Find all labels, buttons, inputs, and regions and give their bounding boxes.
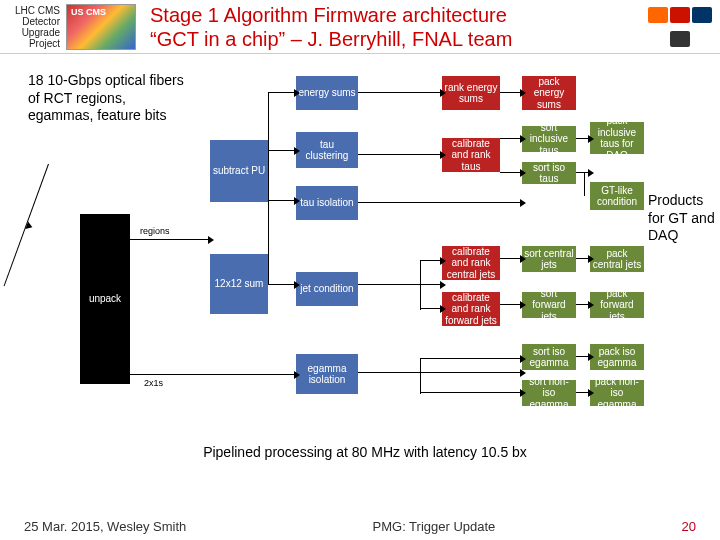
affiliation-logos (640, 2, 720, 52)
slide-title: Stage 1 Algorithm Firmware architecture … (140, 3, 640, 51)
block-pack-fjets: pack forward jets (590, 292, 644, 318)
block-pack-iso-eg: pack iso egamma (590, 344, 644, 370)
footer-left: 25 Mar. 2015, Wesley Smith (24, 519, 186, 534)
footer-center: PMG: Trigger Update (373, 519, 496, 534)
title-line2: “GCT in a chip” – J. Berryhill, FNAL tea… (150, 27, 640, 51)
footer-page: 20 (682, 519, 696, 534)
block-tau-isolation: tau isolation (296, 186, 358, 220)
diagram-canvas: 18 10-Gbps optical fibers of RCT regions… (0, 54, 720, 484)
label-2x1s: 2x1s (144, 378, 163, 388)
block-pack-cjets: pack central jets (590, 246, 644, 272)
block-jet-condition: jet condition (296, 272, 358, 306)
wisc-logo-icon (670, 7, 690, 23)
block-sort-iso-eg: sort iso egamma (522, 344, 576, 370)
annot-bottom: Pipelined processing at 80 MHz with late… (150, 444, 580, 462)
cms-logo-icon (66, 4, 136, 50)
block-cal-rank-cjets: calibrate and rank central jets (442, 246, 500, 280)
block-sort-iso-taus: sort iso taus (522, 162, 576, 184)
block-pack-energy-sums: pack energy sums (522, 76, 576, 110)
annot-right: Products for GT and DAQ (648, 192, 720, 245)
block-rank-energy-sums: rank energy sums (442, 76, 500, 110)
block-tau-clustering: tau clustering (296, 132, 358, 168)
uf-logo-icon (648, 7, 668, 23)
block-12x12-sum: 12x12 sum (210, 254, 268, 314)
block-sort-noniso-eg: sort non-iso egamma (522, 380, 576, 406)
slide-header: LHC CMS Detector Upgrade Project Stage 1… (0, 0, 720, 54)
title-line1: Stage 1 Algorithm Firmware architecture (150, 3, 640, 27)
annot-left: 18 10-Gbps optical fibers of RCT regions… (28, 72, 188, 125)
uic-logo-icon (670, 31, 690, 47)
block-cal-rank-taus: calibrate and rank taus (442, 138, 500, 172)
slide-footer: 25 Mar. 2015, Wesley Smith PMG: Trigger … (0, 519, 720, 534)
block-egamma-isolation: egamma isolation (296, 354, 358, 394)
rice-logo-icon (692, 7, 712, 23)
block-sort-fjets: sort forward jets (522, 292, 576, 318)
block-sort-incl-taus: sort inclusive taus (522, 126, 576, 152)
block-pack-noniso-eg: pack non-iso egamma (590, 380, 644, 406)
label-regions: regions (140, 226, 170, 236)
project-label: LHC CMS Detector Upgrade Project (0, 1, 62, 53)
block-energy-sums: energy sums (296, 76, 358, 110)
block-sort-cjets: sort central jets (522, 246, 576, 272)
block-unpack: unpack (80, 214, 130, 384)
block-gtlike-cond: GT-like condition (590, 182, 644, 210)
block-subtract-pu: subtract PU (210, 140, 268, 202)
block-cal-rank-fjets: calibrate and rank forward jets (442, 292, 500, 326)
block-pack-incl-taus: pack inclusive taus for DAQ (590, 122, 644, 154)
